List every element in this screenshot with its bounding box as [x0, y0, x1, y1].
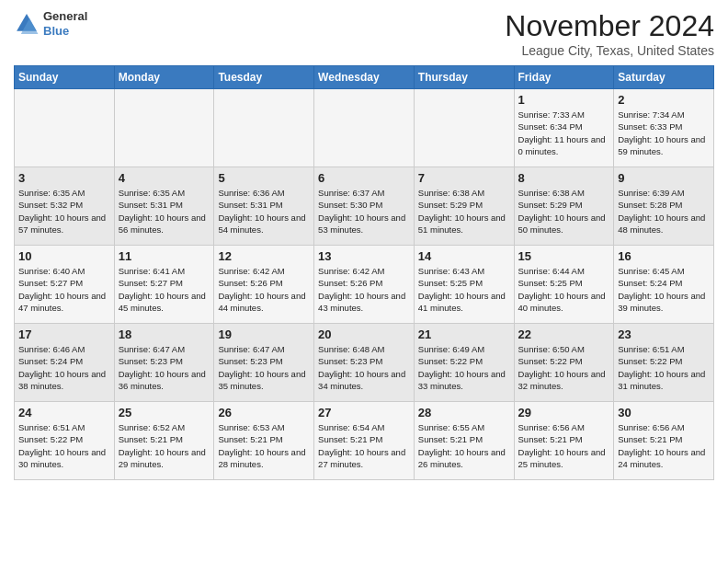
day-info: Sunrise: 6:37 AM Sunset: 5:30 PM Dayligh…	[318, 187, 410, 236]
day-info: Sunrise: 6:38 AM Sunset: 5:29 PM Dayligh…	[418, 187, 510, 236]
day-cell: 9Sunrise: 6:39 AM Sunset: 5:28 PM Daylig…	[614, 167, 714, 246]
day-number: 4	[119, 171, 210, 185]
week-row-2: 10Sunrise: 6:40 AM Sunset: 5:27 PM Dayli…	[15, 246, 714, 324]
day-number: 19	[218, 327, 310, 341]
day-cell: 24Sunrise: 6:51 AM Sunset: 5:22 PM Dayli…	[15, 402, 115, 480]
day-info: Sunrise: 6:35 AM Sunset: 5:32 PM Dayligh…	[18, 187, 110, 236]
logo-blue: Blue	[43, 24, 87, 39]
day-number: 28	[418, 406, 510, 419]
day-number: 24	[18, 406, 110, 419]
weekday-header-saturday: Saturday	[614, 66, 714, 89]
weekday-header-wednesday: Wednesday	[314, 66, 415, 89]
day-number: 12	[218, 249, 310, 263]
day-info: Sunrise: 6:47 AM Sunset: 5:23 PM Dayligh…	[119, 343, 210, 392]
calendar-table: SundayMondayTuesdayWednesdayThursdayFrid…	[14, 65, 714, 480]
week-row-4: 24Sunrise: 6:51 AM Sunset: 5:22 PM Dayli…	[15, 402, 714, 480]
day-cell: 25Sunrise: 6:52 AM Sunset: 5:21 PM Dayli…	[114, 402, 214, 480]
day-info: Sunrise: 7:33 AM Sunset: 6:34 PM Dayligh…	[518, 109, 610, 157]
title-block: November 2024 League City, Texas, United…	[505, 9, 714, 58]
day-cell: 18Sunrise: 6:47 AM Sunset: 5:23 PM Dayli…	[114, 324, 214, 402]
day-cell	[15, 89, 115, 167]
weekday-header-tuesday: Tuesday	[214, 66, 314, 89]
day-info: Sunrise: 6:38 AM Sunset: 5:29 PM Dayligh…	[518, 187, 610, 236]
day-cell: 29Sunrise: 6:56 AM Sunset: 5:21 PM Dayli…	[514, 402, 614, 480]
day-cell: 28Sunrise: 6:55 AM Sunset: 5:21 PM Dayli…	[414, 402, 514, 480]
day-number: 15	[518, 249, 610, 263]
weekday-header-sunday: Sunday	[15, 66, 115, 89]
day-cell: 23Sunrise: 6:51 AM Sunset: 5:22 PM Dayli…	[614, 324, 714, 402]
day-cell: 13Sunrise: 6:42 AM Sunset: 5:26 PM Dayli…	[314, 246, 415, 324]
day-info: Sunrise: 6:52 AM Sunset: 5:21 PM Dayligh…	[119, 421, 210, 470]
day-number: 17	[18, 327, 110, 341]
day-number: 1	[518, 93, 610, 107]
day-cell: 12Sunrise: 6:42 AM Sunset: 5:26 PM Dayli…	[214, 246, 314, 324]
day-cell: 17Sunrise: 6:46 AM Sunset: 5:24 PM Dayli…	[15, 324, 115, 402]
day-cell: 4Sunrise: 6:35 AM Sunset: 5:31 PM Daylig…	[114, 167, 214, 246]
day-cell: 1Sunrise: 7:33 AM Sunset: 6:34 PM Daylig…	[514, 89, 614, 167]
day-info: Sunrise: 6:48 AM Sunset: 5:23 PM Dayligh…	[318, 343, 410, 392]
month-title: November 2024	[505, 9, 714, 43]
day-cell	[414, 89, 514, 167]
day-number: 21	[418, 327, 510, 341]
day-number: 2	[618, 93, 710, 107]
day-number: 9	[618, 171, 710, 185]
day-cell: 22Sunrise: 6:50 AM Sunset: 5:22 PM Dayli…	[514, 324, 614, 402]
day-cell: 7Sunrise: 6:38 AM Sunset: 5:29 PM Daylig…	[414, 167, 514, 246]
logo-general: General	[43, 9, 87, 24]
weekday-header-thursday: Thursday	[414, 66, 514, 89]
day-info: Sunrise: 6:45 AM Sunset: 5:24 PM Dayligh…	[618, 265, 710, 314]
day-number: 30	[618, 406, 710, 419]
day-info: Sunrise: 6:42 AM Sunset: 5:26 PM Dayligh…	[218, 265, 310, 314]
day-info: Sunrise: 6:43 AM Sunset: 5:25 PM Dayligh…	[418, 265, 510, 314]
week-row-0: 1Sunrise: 7:33 AM Sunset: 6:34 PM Daylig…	[15, 89, 714, 167]
day-info: Sunrise: 6:53 AM Sunset: 5:21 PM Dayligh…	[218, 421, 310, 470]
day-cell: 26Sunrise: 6:53 AM Sunset: 5:21 PM Dayli…	[214, 402, 314, 480]
day-cell: 20Sunrise: 6:48 AM Sunset: 5:23 PM Dayli…	[314, 324, 415, 402]
day-cell: 30Sunrise: 6:56 AM Sunset: 5:21 PM Dayli…	[614, 402, 714, 480]
day-info: Sunrise: 6:35 AM Sunset: 5:31 PM Dayligh…	[119, 187, 210, 236]
day-cell: 6Sunrise: 6:37 AM Sunset: 5:30 PM Daylig…	[314, 167, 415, 246]
day-cell: 14Sunrise: 6:43 AM Sunset: 5:25 PM Dayli…	[414, 246, 514, 324]
day-info: Sunrise: 6:51 AM Sunset: 5:22 PM Dayligh…	[618, 343, 710, 392]
day-number: 22	[518, 327, 610, 341]
day-number: 8	[518, 171, 610, 185]
day-cell	[314, 89, 415, 167]
day-number: 6	[318, 171, 410, 185]
week-row-1: 3Sunrise: 6:35 AM Sunset: 5:32 PM Daylig…	[15, 167, 714, 246]
day-cell: 15Sunrise: 6:44 AM Sunset: 5:25 PM Dayli…	[514, 246, 614, 324]
day-cell: 3Sunrise: 6:35 AM Sunset: 5:32 PM Daylig…	[15, 167, 115, 246]
day-number: 29	[518, 406, 610, 419]
day-cell: 8Sunrise: 6:38 AM Sunset: 5:29 PM Daylig…	[514, 167, 614, 246]
day-number: 7	[418, 171, 510, 185]
day-cell: 2Sunrise: 7:34 AM Sunset: 6:33 PM Daylig…	[614, 89, 714, 167]
day-cell: 19Sunrise: 6:47 AM Sunset: 5:23 PM Dayli…	[214, 324, 314, 402]
day-number: 23	[618, 327, 710, 341]
day-number: 16	[618, 249, 710, 263]
day-number: 26	[218, 406, 310, 419]
day-number: 3	[18, 171, 110, 185]
day-cell: 5Sunrise: 6:36 AM Sunset: 5:31 PM Daylig…	[214, 167, 314, 246]
day-info: Sunrise: 7:34 AM Sunset: 6:33 PM Dayligh…	[618, 109, 710, 157]
logo-text: General Blue	[43, 9, 87, 38]
day-info: Sunrise: 6:39 AM Sunset: 5:28 PM Dayligh…	[618, 187, 710, 236]
day-cell: 16Sunrise: 6:45 AM Sunset: 5:24 PM Dayli…	[614, 246, 714, 324]
day-number: 5	[218, 171, 310, 185]
day-info: Sunrise: 6:50 AM Sunset: 5:22 PM Dayligh…	[518, 343, 610, 392]
location: League City, Texas, United States	[505, 43, 714, 58]
day-info: Sunrise: 6:46 AM Sunset: 5:24 PM Dayligh…	[18, 343, 110, 392]
day-cell: 21Sunrise: 6:49 AM Sunset: 5:22 PM Dayli…	[414, 324, 514, 402]
day-cell: 27Sunrise: 6:54 AM Sunset: 5:21 PM Dayli…	[314, 402, 415, 480]
day-info: Sunrise: 6:36 AM Sunset: 5:31 PM Dayligh…	[218, 187, 310, 236]
logo: General Blue	[14, 9, 87, 38]
day-cell	[214, 89, 314, 167]
day-info: Sunrise: 6:42 AM Sunset: 5:26 PM Dayligh…	[318, 265, 410, 314]
day-number: 10	[18, 249, 110, 263]
weekday-header-monday: Monday	[114, 66, 214, 89]
day-number: 27	[318, 406, 410, 419]
day-info: Sunrise: 6:54 AM Sunset: 5:21 PM Dayligh…	[318, 421, 410, 470]
day-info: Sunrise: 6:51 AM Sunset: 5:22 PM Dayligh…	[18, 421, 110, 470]
day-cell	[114, 89, 214, 167]
page-header: General Blue November 2024 League City, …	[14, 9, 714, 58]
weekday-header-friday: Friday	[514, 66, 614, 89]
day-info: Sunrise: 6:55 AM Sunset: 5:21 PM Dayligh…	[418, 421, 510, 470]
